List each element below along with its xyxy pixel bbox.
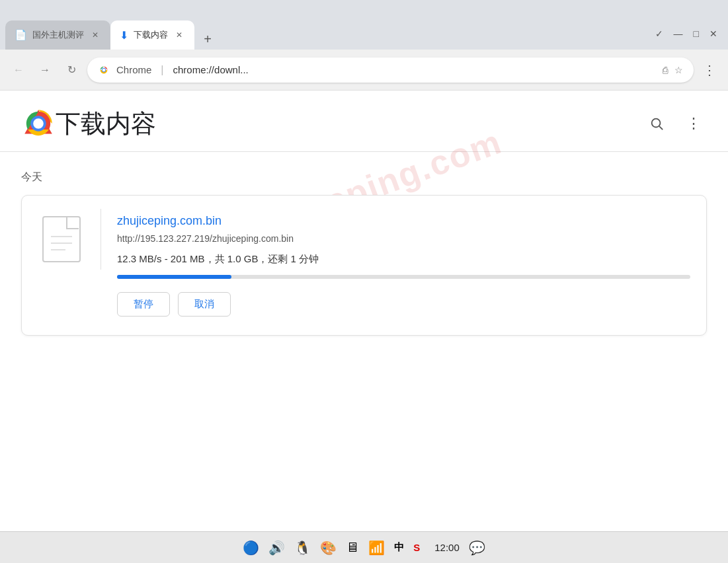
chrome-label: Chrome bbox=[116, 64, 151, 75]
downloads-header: 下载内容 ⋮ bbox=[0, 91, 728, 152]
qq-icon[interactable]: 🐧 bbox=[294, 540, 311, 556]
tab2-close[interactable]: ✕ bbox=[173, 29, 185, 41]
tab1-icon: 📄 bbox=[15, 29, 27, 41]
pause-button[interactable]: 暂停 bbox=[117, 292, 170, 317]
svg-point-2 bbox=[102, 68, 106, 71]
notification-icon[interactable]: 💬 bbox=[469, 540, 485, 556]
url-display: chrome://downl... bbox=[173, 64, 656, 75]
file-url: http://195.123.227.219/zhujiceping.com.b… bbox=[117, 233, 690, 244]
tab-1[interactable]: 📄 国外主机测评 ✕ bbox=[5, 20, 110, 50]
chrome-small-icon bbox=[98, 64, 110, 76]
download-item: zhujiceping.com.bin http://195.123.227.2… bbox=[21, 195, 707, 336]
check-icon: ✓ bbox=[655, 28, 663, 39]
wifi-icon[interactable]: 📶 bbox=[368, 540, 385, 556]
tab-2[interactable]: ⬇ 下载内容 ✕ bbox=[110, 20, 194, 50]
search-button[interactable] bbox=[643, 110, 670, 137]
file-speed: 12.3 MB/s - 201 MB，共 1.0 GB，还剩 1 分钟 bbox=[117, 253, 690, 266]
tab2-label: 下载内容 bbox=[134, 29, 168, 41]
browser-window: 📄 国外主机测评 ✕ ⬇ 下载内容 ✕ + ✓ — □ ✕ ← → ↻ bbox=[0, 0, 728, 563]
bookmark-icon[interactable]: ☆ bbox=[674, 65, 683, 75]
file-name[interactable]: zhujiceping.com.bin bbox=[117, 214, 690, 228]
address-separator: | bbox=[161, 64, 163, 76]
system-time: 12:00 bbox=[434, 542, 460, 553]
color-icon[interactable]: 🎨 bbox=[320, 540, 337, 556]
chrome-logo bbox=[21, 106, 56, 141]
display-icon[interactable]: 🖥 bbox=[346, 540, 359, 555]
header-icons: ⋮ bbox=[643, 110, 707, 137]
file-icon bbox=[42, 215, 81, 263]
share-icon[interactable]: ⎙ bbox=[663, 65, 668, 75]
new-tab-button[interactable]: + bbox=[197, 28, 218, 50]
svg-point-6 bbox=[652, 119, 661, 128]
window-controls: ✓ — □ ✕ bbox=[655, 28, 723, 50]
progress-bar bbox=[117, 275, 690, 279]
chrome-menu-button[interactable]: ⋮ bbox=[699, 58, 720, 82]
page-content: 下载内容 ⋮ zhujiceping.com 今天 bbox=[0, 91, 728, 531]
search-icon bbox=[649, 116, 664, 131]
volume-icon[interactable]: 🔊 bbox=[268, 540, 285, 556]
reload-button[interactable]: ↻ bbox=[61, 59, 82, 81]
tab2-icon: ⬇ bbox=[120, 29, 128, 42]
tab-strip: 📄 国外主机测评 ✕ ⬇ 下载内容 ✕ + bbox=[5, 0, 655, 50]
forward-button[interactable]: → bbox=[34, 59, 56, 81]
close-button[interactable]: ✕ bbox=[709, 28, 717, 39]
back-button[interactable]: ← bbox=[8, 59, 29, 81]
downloads-body: 今天 zhujiceping.com.bin http://19 bbox=[0, 152, 728, 354]
file-icon-area bbox=[22, 209, 101, 270]
svg-point-5 bbox=[33, 118, 44, 129]
cancel-button[interactable]: 取消 bbox=[178, 292, 231, 317]
tab1-label: 国外主机测评 bbox=[32, 29, 84, 41]
ime-icon[interactable]: S bbox=[413, 542, 420, 553]
more-icon: ⋮ bbox=[686, 115, 701, 132]
taskbar: 🔵 🔊 🐧 🎨 🖥 📶 中 S 12:00 💬 bbox=[0, 531, 728, 563]
page-title: 下载内容 bbox=[56, 107, 643, 141]
progress-fill bbox=[117, 275, 231, 279]
title-bar: 📄 国外主机测评 ✕ ⬇ 下载内容 ✕ + ✓ — □ ✕ bbox=[0, 0, 728, 50]
language-icon[interactable]: 中 bbox=[394, 541, 404, 554]
svg-rect-8 bbox=[43, 217, 80, 262]
download-actions: 暂停 取消 bbox=[117, 292, 690, 317]
taskbar-center: 🔵 🔊 🐧 🎨 🖥 📶 中 S 12:00 💬 bbox=[11, 540, 717, 556]
maximize-button[interactable]: □ bbox=[694, 28, 699, 39]
svg-line-7 bbox=[659, 126, 663, 130]
section-today: 今天 bbox=[21, 170, 707, 184]
more-options-button[interactable]: ⋮ bbox=[680, 110, 707, 137]
bluetooth-icon[interactable]: 🔵 bbox=[243, 540, 259, 556]
minimize-button[interactable]: — bbox=[674, 28, 683, 39]
tab1-close[interactable]: ✕ bbox=[89, 29, 101, 41]
address-field[interactable]: Chrome | chrome://downl... ⎙ ☆ bbox=[87, 57, 694, 83]
download-info: zhujiceping.com.bin http://195.123.227.2… bbox=[101, 209, 706, 322]
address-bar: ← → ↻ Chrome | chrome://downl... ⎙ ☆ ⋮ bbox=[0, 50, 728, 91]
